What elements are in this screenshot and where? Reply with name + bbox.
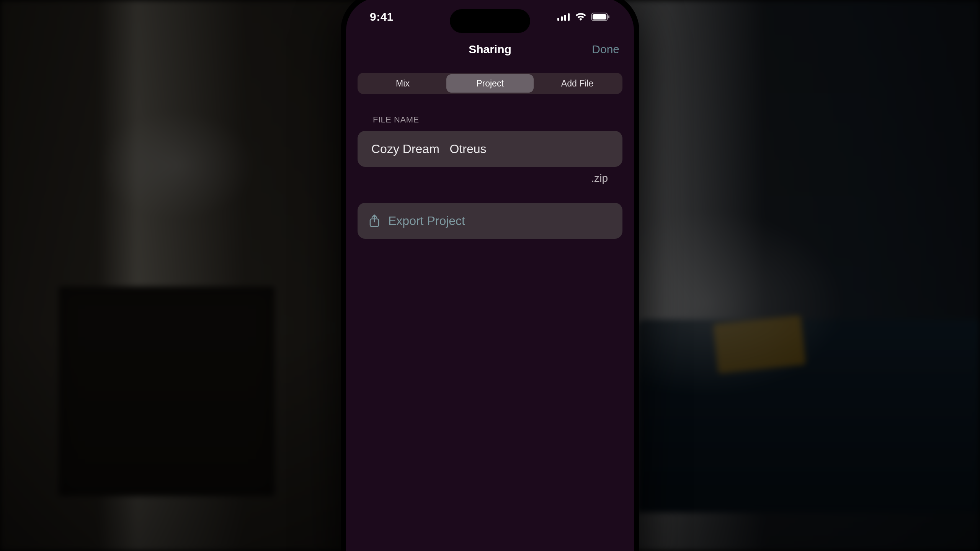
tab-project[interactable]: Project	[446, 74, 534, 93]
svg-rect-0	[557, 18, 559, 21]
file-name-field[interactable]	[358, 131, 622, 167]
status-time: 9:41	[370, 10, 394, 23]
battery-icon	[591, 13, 609, 21]
svg-rect-6	[608, 15, 609, 18]
share-icon	[369, 214, 380, 227]
tab-add-file[interactable]: Add File	[534, 74, 621, 93]
svg-rect-5	[593, 14, 606, 20]
svg-rect-2	[564, 15, 566, 21]
svg-rect-1	[561, 16, 563, 21]
tab-mix[interactable]: Mix	[359, 74, 446, 93]
done-button[interactable]: Done	[592, 43, 619, 56]
nav-bar: Sharing Done	[346, 36, 634, 63]
file-name-label: FILE NAME	[358, 115, 622, 125]
share-mode-segmented-control: Mix Project Add File	[358, 73, 622, 94]
file-name-input[interactable]	[371, 142, 609, 156]
export-project-button[interactable]: Export Project	[358, 203, 622, 239]
phone-frame: 9:41	[341, 0, 639, 551]
export-project-label: Export Project	[388, 214, 465, 228]
phone-screen: 9:41	[346, 0, 634, 551]
dynamic-island	[450, 9, 530, 33]
page-title: Sharing	[469, 43, 511, 56]
file-extension: .zip	[591, 172, 608, 184]
svg-rect-3	[568, 13, 570, 21]
wifi-icon	[575, 13, 586, 21]
cellular-icon	[557, 13, 570, 21]
